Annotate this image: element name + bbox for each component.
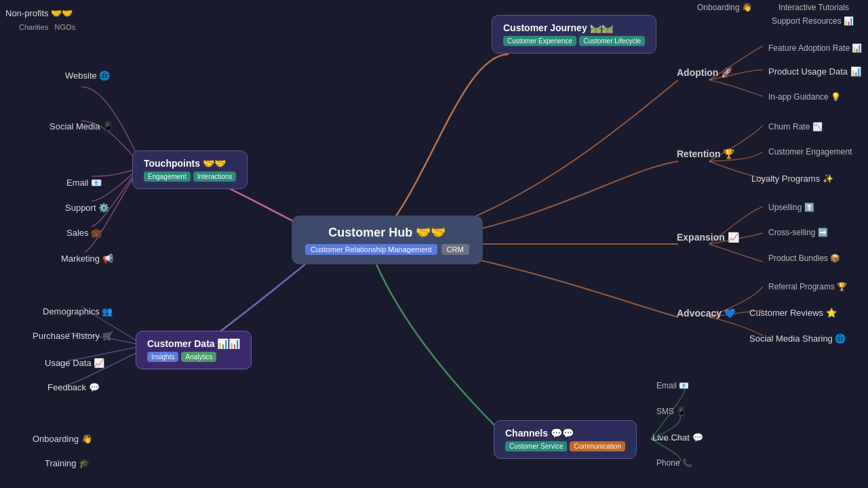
marketing-node[interactable]: Marketing 📢 [56,251,119,266]
onboarding-bottom-node[interactable]: Onboarding 👋 [27,431,98,447]
social-media-sharing-node[interactable]: Social Media Sharing 🌐 [744,331,851,346]
adoption-node[interactable]: Adoption 🚀 [671,64,738,81]
customer-journey-node[interactable]: Customer Journey 🛤️🛤️ Customer Experienc… [492,15,656,54]
retention-node[interactable]: Retention 🏆 [671,146,740,162]
feature-adoption-node[interactable]: Feature Adoption Rate 📊 [763,41,867,56]
central-hub-node[interactable]: Customer Hub 🤝🤝 Customer Relationship Ma… [292,216,483,264]
loyalty-programs-node[interactable]: Loyalty Programs ✨ [746,171,839,186]
email-node[interactable]: Email 📧 [61,175,107,190]
customer-engagement-node[interactable]: Customer Engagement [763,144,857,159]
advocacy-node[interactable]: Advocacy 💙 [671,305,741,321]
charities-node[interactable]: Charities NGOs [14,20,81,34]
expansion-node[interactable]: Expansion 📈 [671,229,745,245]
phone-node[interactable]: Phone 📞 [651,455,698,470]
website-node[interactable]: Website 🌐 [60,68,115,83]
email-channel-node[interactable]: Email 📧 [651,378,694,393]
social-media-node[interactable]: Social Media 📱 [44,119,119,134]
upselling-node[interactable]: Upselling ⬆️ [763,200,820,215]
usage-data-node[interactable]: Usage Data 📈 [39,355,110,371]
live-chat-node[interactable]: Live Chat 💬 [647,430,709,445]
cross-selling-node[interactable]: Cross-selling ➡️ [763,225,833,240]
in-app-guidance-node[interactable]: In-app Guidance 💡 [763,89,846,104]
product-bundles-node[interactable]: Product Bundles 📦 [763,251,846,266]
feedback-node[interactable]: Feedback 💬 [42,380,105,395]
support-resources-node[interactable]: Support Resources 📊 [766,14,859,28]
channels-node[interactable]: Channels 💬💬 Customer Service Communicati… [494,420,637,459]
interactive-tutorials-node[interactable]: Interactive Tutorials [773,0,854,15]
touchpoints-node[interactable]: Touchpoints 🤝🤝 Engagement Interactions [132,150,248,189]
customer-data-node[interactable]: Customer Data 📊📊 Insights Analytics [136,331,252,369]
non-profits-node[interactable]: Non-profits 🤝🤝 [0,5,78,21]
sms-node[interactable]: SMS 📱 [651,404,692,419]
training-node[interactable]: Training 🎓 [39,455,95,471]
product-usage-node[interactable]: Product Usage Data 📊 [763,64,867,79]
onboarding-top-node[interactable]: Onboarding 👋 [692,0,757,15]
mindmap-canvas: Non-profits 🤝🤝 Charities NGOs Website 🌐 … [0,0,868,488]
support-node[interactable]: Support ⚙️ [60,200,115,216]
referral-programs-node[interactable]: Referral Programs 🏆 [763,279,852,294]
sales-node[interactable]: Sales 💼 [61,225,107,241]
demographics-node[interactable]: Demographics 👥 [37,304,118,319]
churn-rate-node[interactable]: Churn Rate 📉 [763,119,828,134]
customer-reviews-node[interactable]: Customer Reviews ⭐ [744,305,842,321]
purchase-history-node[interactable]: Purchase History 🛒 [27,328,119,344]
